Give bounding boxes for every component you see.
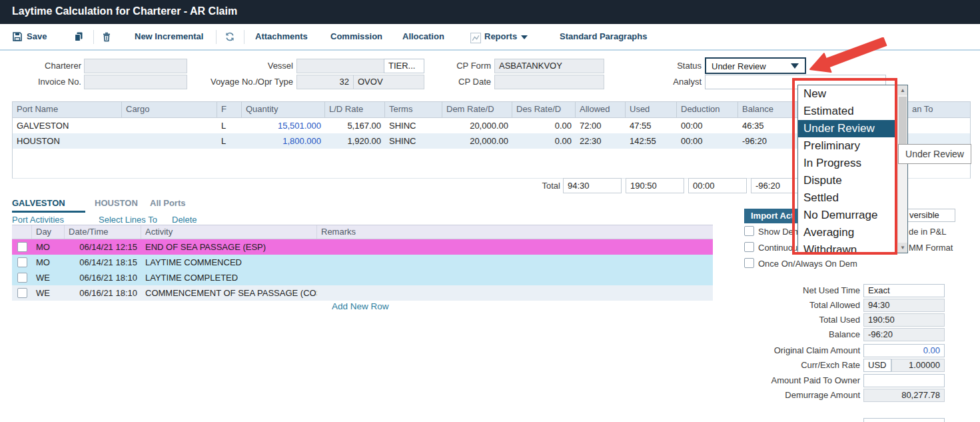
activity-row[interactable]: WE 06/16/21 18:10 COMMENCEMENT OF SEA PA… — [12, 285, 713, 301]
tab-all-ports[interactable]: All Ports — [150, 198, 185, 208]
toolbar-separator — [216, 30, 217, 44]
row-checkbox[interactable] — [17, 273, 27, 283]
activity-row[interactable]: MO 06/14/21 12:15 END OF SEA PASSAGE (ES… — [12, 239, 713, 255]
toolbar-separator — [244, 30, 245, 44]
chevron-down-icon — [521, 35, 528, 39]
cell-activity: LAYTIME COMPLETED — [141, 270, 317, 285]
continuous-option[interactable]: Continuous — [744, 242, 802, 253]
trash-icon[interactable] — [101, 31, 112, 42]
attachments-button[interactable]: Attachments — [255, 31, 308, 41]
vessel-field[interactable] — [296, 59, 384, 73]
cell-des-rate: 0.00 — [512, 133, 576, 149]
net-used-time-field[interactable]: Exact — [863, 284, 945, 297]
scroll-down-icon[interactable]: ▼ — [898, 243, 907, 253]
cell-day: MO — [32, 255, 65, 270]
option-averaging[interactable]: Averaging — [798, 224, 897, 241]
row-checkbox[interactable] — [17, 288, 27, 298]
dropdown-scrollbar[interactable]: ▲ ▼ — [897, 85, 907, 253]
row-checkbox[interactable] — [17, 257, 27, 267]
cell-allowed: 72:00 — [576, 118, 626, 133]
activities-header-row: Day Date/Time Activity Remarks — [12, 225, 713, 239]
show-dem-option[interactable]: Show Dem — [744, 226, 801, 237]
option-new[interactable]: New — [798, 85, 897, 103]
cell-cargo — [122, 133, 217, 149]
currency-field[interactable]: USD — [863, 359, 891, 372]
laytime-calculation-window: Laytime Calculation for Charterer - AR C… — [0, 0, 980, 422]
hhmm-format-label: MM Format — [909, 243, 953, 253]
balance-field: -96:20 — [863, 328, 945, 341]
voyage-opr-label: Voyage No./Opr Type — [193, 75, 293, 89]
cell-dem-rate: 20,000.00 — [442, 118, 512, 133]
total-used-field: 190:50 — [863, 313, 945, 327]
scroll-up-icon[interactable]: ▲ — [898, 85, 907, 95]
option-dispute[interactable]: Dispute — [798, 172, 897, 189]
new-incremental-button[interactable]: New Incremental — [135, 31, 203, 41]
once-on-checkbox[interactable] — [744, 258, 754, 268]
cp-form-field[interactable]: ASBATANKVOY — [494, 59, 604, 73]
clipped-field[interactable] — [863, 418, 945, 422]
option-no-demurrage[interactable]: No Demurrage — [798, 207, 897, 224]
tab-galveston[interactable]: GALVESTON — [12, 198, 65, 208]
cell-quantity-link[interactable]: 1,800.000 — [242, 133, 325, 149]
exch-rate-field: 1.00000 — [891, 359, 945, 372]
cell-quantity-link[interactable]: 15,501.000 — [242, 118, 325, 133]
cp-date-field[interactable] — [494, 75, 604, 89]
demurrage-amount-field: 80,277.78 — [863, 389, 945, 402]
tab-houston[interactable]: HOUSTON — [95, 198, 138, 208]
option-settled[interactable]: Settled — [798, 189, 897, 207]
cell-used: 142:55 — [626, 133, 677, 149]
tier-button[interactable]: TIER... — [384, 59, 424, 73]
status-dropdown[interactable]: Under Review — [705, 57, 806, 74]
cell-datetime: 06/16/21 18:10 — [65, 285, 141, 301]
cell-datetime: 06/14/21 18:15 — [65, 255, 141, 270]
col-dem-rate: Dem Rate/D — [442, 102, 512, 117]
option-estimated[interactable]: Estimated — [798, 103, 897, 120]
activity-row[interactable]: MO 06/14/21 18:15 LAYTIME COMMENCED — [12, 255, 713, 270]
add-new-row-link[interactable]: Add New Row — [332, 301, 389, 311]
activity-row[interactable]: WE 06/16/21 18:10 LAYTIME COMPLETED — [12, 270, 713, 285]
delete-link[interactable]: Delete — [172, 215, 197, 225]
demurrage-amount-label: Demurrage Amount — [720, 389, 860, 402]
select-lines-to-link[interactable]: Select Lines To — [99, 215, 157, 225]
port-activities-grid: Day Date/Time Activity Remarks MO 06/14/… — [12, 225, 713, 301]
page-title: Laytime Calculation for Charterer - AR C… — [12, 5, 237, 17]
original-claim-label: Original Claim Amount — [720, 344, 860, 357]
option-under-review[interactable]: Under Review — [798, 120, 897, 137]
col-activity: Activity — [141, 225, 317, 239]
cp-date-label: CP Date — [424, 75, 491, 89]
option-withdrawn[interactable]: Withdrawn — [798, 241, 897, 253]
col-allowed: Allowed — [576, 102, 626, 117]
total-label: Total — [520, 179, 560, 193]
save-button[interactable]: Save — [27, 31, 47, 41]
allocation-button[interactable]: Allocation — [402, 31, 444, 41]
status-label: Status — [628, 59, 702, 73]
scrollbar-thumb[interactable] — [899, 97, 907, 151]
col-deduction: Deduction — [677, 102, 738, 117]
amount-paid-field[interactable] — [863, 374, 945, 387]
original-claim-field[interactable]: 0.00 — [863, 344, 945, 357]
show-dem-checkbox[interactable] — [744, 226, 754, 236]
status-value: Under Review — [712, 60, 766, 73]
charterer-field[interactable] — [84, 59, 187, 73]
option-in-progress[interactable]: In Progress — [798, 155, 897, 172]
cell-deduction: 00:00 — [677, 133, 738, 149]
cell-port: HOUSTON — [13, 133, 122, 149]
once-on-option[interactable]: Once On/Always On Dem — [744, 258, 857, 269]
cell-terms: SHINC — [385, 133, 442, 149]
reports-button[interactable]: Reports — [484, 31, 528, 41]
commission-button[interactable]: Commission — [330, 31, 382, 41]
opr-type-field[interactable]: OVOV — [353, 75, 424, 89]
standard-paragraphs-button[interactable]: Standard Paragraphs — [560, 31, 648, 41]
voyage-no-field[interactable]: 32 — [296, 75, 354, 89]
amount-paid-label: Amount Paid To Owner — [720, 374, 860, 387]
row-checkbox[interactable] — [17, 242, 27, 252]
include-in-pnl-label: de in P&L — [909, 227, 946, 237]
refresh-icon[interactable] — [225, 31, 235, 42]
cp-form-label: CP Form — [424, 59, 491, 73]
continuous-checkbox[interactable] — [744, 242, 754, 252]
under-review-tooltip: Under Review — [898, 144, 971, 164]
port-activities-link[interactable]: Port Activities — [12, 215, 64, 225]
copy-icon[interactable] — [73, 31, 84, 42]
invoice-no-field[interactable] — [84, 75, 187, 89]
option-preliminary[interactable]: Preliminary — [798, 137, 897, 155]
